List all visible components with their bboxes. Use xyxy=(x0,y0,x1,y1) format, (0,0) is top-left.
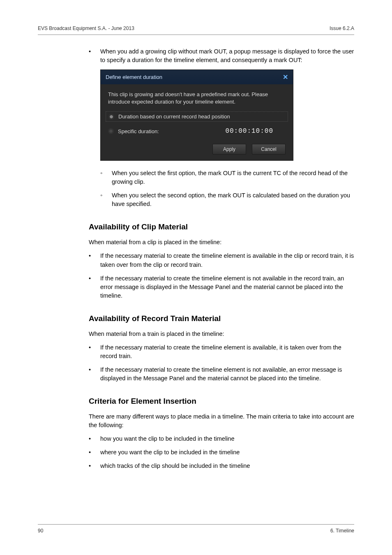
heading-clip-availability: Availability of Clip Material xyxy=(89,222,354,231)
dialog-title-text: Define element duration xyxy=(106,74,162,80)
bullet-dot-icon: • xyxy=(89,448,100,457)
page-header: EVS Broadcast Equipment S.A. - June 2013… xyxy=(38,25,354,35)
bullet-criteria-1-text: how you want the clip to be included in … xyxy=(100,435,234,443)
header-right: Issue 6.2.A xyxy=(330,25,354,31)
cancel-button[interactable]: Cancel xyxy=(252,144,286,155)
bullet-criteria-1: • how you want the clip to be included i… xyxy=(89,435,354,443)
page-number: 90 xyxy=(38,528,43,534)
circle-bullet-icon: ◦ xyxy=(100,169,112,186)
circle-bullet-icon: ◦ xyxy=(100,191,112,208)
radio-unselected-icon xyxy=(108,128,114,134)
sub-text-1: When you select the first option, the ma… xyxy=(112,169,354,186)
sub-bullet-1: ◦ When you select the first option, the … xyxy=(100,169,354,186)
bullet-dot-icon: • xyxy=(89,274,100,300)
bullet-criteria-2: • where you want the clip to be included… xyxy=(89,448,354,457)
bullet-criteria-3: • which tracks of the clip should be inc… xyxy=(89,462,354,470)
intro-text: When you add a growing clip without mark… xyxy=(100,47,354,65)
bullet-clip-2-text: If the necessary material to create the … xyxy=(100,274,354,300)
para-train-intro: When material from a train is placed in … xyxy=(89,330,354,338)
radio-label-1: Duration based on current record head po… xyxy=(118,113,230,120)
close-icon[interactable]: ✕ xyxy=(283,73,288,81)
bullet-clip-2: • If the necessary material to create th… xyxy=(89,274,354,300)
header-left: EVS Broadcast Equipment S.A. - June 2013 xyxy=(38,25,134,31)
bullet-train-2: • If the necessary material to create th… xyxy=(89,365,354,383)
sub-bullet-2: ◦ When you select the second option, the… xyxy=(100,191,354,208)
bullet-dot-icon: • xyxy=(89,343,100,361)
section-label: 6. Timeline xyxy=(330,528,354,534)
bullet-dot-icon: • xyxy=(89,435,100,443)
bullet-criteria-2-text: where you want the clip to be included i… xyxy=(100,448,240,457)
radio-option-specific-duration[interactable]: Specific duration: 00:00:10:00 xyxy=(108,126,286,136)
bullet-train-2-text: If the necessary material to create the … xyxy=(100,365,354,383)
bullet-dot-icon: • xyxy=(89,365,100,383)
apply-button[interactable]: Apply xyxy=(212,144,246,155)
bullet-train-1-text: If the necessary material to create the … xyxy=(100,343,354,361)
bullet-dot-icon: • xyxy=(89,252,100,269)
para-criteria-intro: There are many different ways to place m… xyxy=(89,412,354,430)
bullet-train-1: • If the necessary material to create th… xyxy=(89,343,354,361)
bullet-criteria-3-text: which tracks of the clip should be inclu… xyxy=(100,462,250,470)
para-clip-intro: When material from a clip is placed in t… xyxy=(89,238,354,247)
page-footer: 90 6. Timeline xyxy=(38,524,354,534)
radio-label-2: Specific duration: xyxy=(118,128,159,134)
heading-criteria: Criteria for Element Insertion xyxy=(89,397,354,406)
bullet-dot-icon: • xyxy=(89,47,100,65)
define-duration-dialog: Define element duration ✕ This clip is g… xyxy=(100,69,293,161)
sub-text-2: When you select the second option, the m… xyxy=(112,191,354,208)
heading-train-availability: Availability of Record Train Material xyxy=(89,314,354,323)
intro-bullet: • When you add a growing clip without ma… xyxy=(89,47,354,65)
duration-value[interactable]: 00:00:10:00 xyxy=(225,127,286,135)
bullet-dot-icon: • xyxy=(89,462,100,470)
radio-option-record-head[interactable]: Duration based on current record head po… xyxy=(106,111,288,122)
bullet-clip-1: • If the necessary material to create th… xyxy=(89,252,354,269)
bullet-clip-1-text: If the necessary material to create the … xyxy=(100,252,354,269)
dialog-message: This clip is growing and doesn't have a … xyxy=(108,91,286,106)
radio-selected-icon xyxy=(108,114,114,120)
dialog-titlebar: Define element duration ✕ xyxy=(101,70,293,84)
